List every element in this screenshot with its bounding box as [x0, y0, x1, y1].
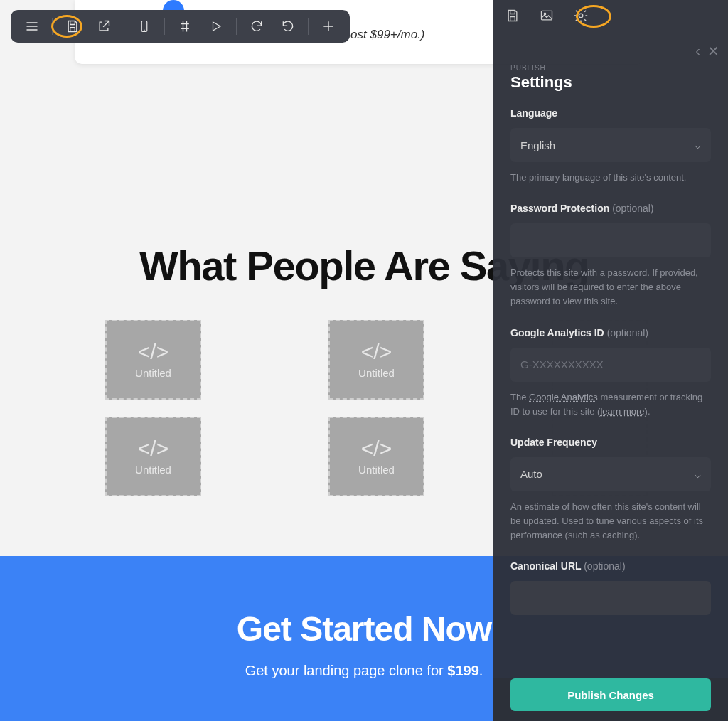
panel-header: PUBLISH Settings: [493, 31, 728, 92]
menu-button[interactable]: [16, 10, 48, 43]
chevron-down-icon: ⌵: [695, 139, 701, 151]
chevron-down-icon: ⌵: [695, 468, 701, 481]
panel-close-button[interactable]: ✕: [707, 43, 719, 60]
field-canonical: Canonical URL (optional): [510, 560, 711, 615]
play-icon: [210, 20, 223, 33]
language-value: English: [520, 139, 555, 151]
tile-label: Untitled: [358, 367, 395, 379]
field-frequency: Update Frequency Auto ⌵ An estimate of h…: [510, 436, 711, 543]
panel-body[interactable]: Language English ⌵ The primary language …: [493, 107, 728, 670]
separator: [236, 18, 237, 35]
panel-tab-save[interactable]: [505, 8, 520, 23]
panel-tab-settings[interactable]: [573, 8, 589, 23]
language-select[interactable]: English ⌵: [510, 128, 711, 162]
embed-tile[interactable]: </>Untitled: [105, 417, 201, 496]
code-icon: </>: [138, 341, 168, 363]
label-password: Password Protection (optional): [510, 203, 654, 214]
label-ga: Google Analytics ID (optional): [510, 327, 648, 338]
plus-icon: [321, 19, 336, 33]
panel-tabs: [493, 0, 728, 31]
svg-rect-1: [542, 11, 552, 19]
svg-point-2: [544, 13, 546, 15]
separator: [164, 18, 165, 35]
external-link-icon: [97, 19, 111, 33]
separator: [308, 18, 309, 35]
tile-label: Untitled: [135, 367, 171, 379]
image-icon: [539, 9, 555, 23]
grid-button[interactable]: [169, 10, 200, 43]
label-language: Language: [510, 107, 557, 119]
breadcrumb: PUBLISH: [510, 64, 711, 72]
panel-footer: Publish Changes: [493, 678, 728, 721]
hamburger-icon: [25, 19, 39, 33]
password-input[interactable]: [510, 223, 711, 257]
gear-icon: [573, 8, 589, 23]
undo-icon: [281, 19, 295, 33]
hint-frequency: An estimate of how often this site's con…: [510, 500, 711, 543]
save-icon: [65, 19, 80, 33]
panel-title: Settings: [510, 73, 711, 92]
canonical-input[interactable]: [510, 581, 711, 615]
hash-icon: [178, 19, 192, 33]
separator: [124, 18, 124, 35]
hint-password: Protects this site with a password. If p…: [510, 266, 711, 309]
ga-input[interactable]: [510, 348, 711, 382]
panel-tab-image[interactable]: [539, 8, 555, 23]
frequency-select[interactable]: Auto ⌵: [510, 457, 711, 491]
undo-button[interactable]: [272, 10, 304, 43]
add-button[interactable]: [313, 10, 344, 43]
field-password: Password Protection (optional) Protects …: [510, 202, 711, 309]
field-language: Language English ⌵ The primary language …: [510, 107, 711, 185]
open-external-button[interactable]: [88, 10, 119, 43]
device-preview-button[interactable]: [129, 10, 160, 43]
save-icon: [505, 9, 520, 23]
tile-label: Untitled: [135, 464, 171, 476]
publish-button[interactable]: Publish Changes: [510, 678, 711, 711]
redo-icon: [250, 19, 264, 33]
save-button[interactable]: [57, 10, 88, 43]
embed-tile[interactable]: </>Untitled: [105, 320, 201, 400]
label-frequency: Update Frequency: [510, 437, 597, 448]
field-ga: Google Analytics ID (optional) The Googl…: [510, 326, 711, 419]
hint-language: The primary language of this site's cont…: [510, 171, 711, 185]
learn-more-link[interactable]: learn more: [600, 406, 644, 417]
hint-ga: The Google Analytics measurement or trac…: [510, 390, 711, 419]
panel-back-button[interactable]: ‹: [695, 43, 700, 60]
tile-label: Untitled: [358, 464, 395, 476]
editor-toolbar: [11, 10, 350, 43]
separator: [52, 18, 53, 35]
play-button[interactable]: [200, 10, 232, 43]
frequency-value: Auto: [520, 468, 542, 480]
redo-button[interactable]: [241, 10, 272, 43]
code-icon: </>: [361, 438, 392, 459]
settings-panel: ‹ ✕ PUBLISH Settings Language English ⌵ …: [493, 0, 728, 721]
code-icon: </>: [361, 341, 392, 363]
embed-tile[interactable]: </>Untitled: [328, 417, 424, 496]
panel-nav: ‹ ✕: [695, 43, 719, 60]
svg-point-3: [579, 14, 583, 18]
mobile-icon: [138, 19, 151, 33]
embed-tile[interactable]: </>Untitled: [328, 320, 424, 400]
ga-link[interactable]: Google Analytics: [529, 392, 598, 402]
code-icon: </>: [138, 438, 168, 459]
label-canonical: Canonical URL (optional): [510, 560, 626, 572]
